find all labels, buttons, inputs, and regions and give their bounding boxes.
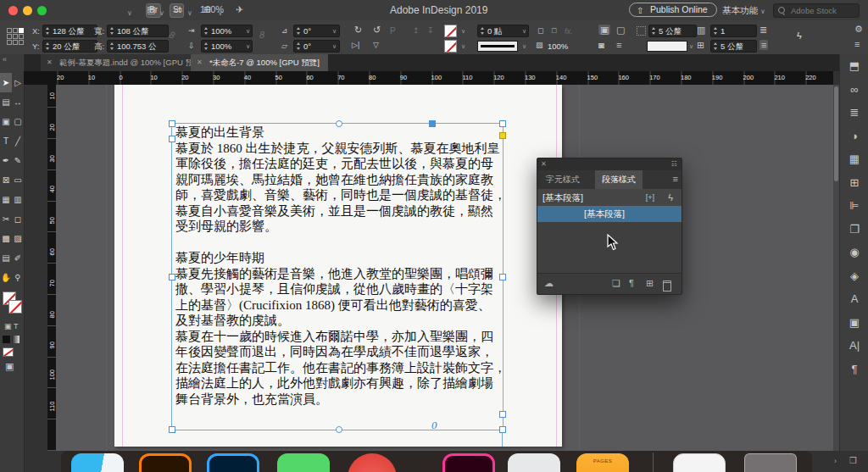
scissors-tool-icon[interactable]: ✂ (0, 209, 12, 229)
toolbox-collapse-icon[interactable]: « (3, 55, 7, 64)
scrollbar-thumb[interactable] (834, 86, 838, 181)
gap-tool-icon[interactable]: ↔ (12, 92, 24, 112)
flip-vertical-icon[interactable]: ▽ (373, 40, 379, 50)
rotation-chevron-icon[interactable]: ∨ (332, 28, 337, 35)
constrain-wh-link-icon[interactable]: 8 (168, 29, 176, 40)
columns-field[interactable]: 1 (710, 25, 757, 37)
dock-finder-icon[interactable] (71, 453, 124, 472)
document-tab[interactable]: ✕ 範例-慕夏專題.indd @ 100% [GPU 預覽] (41, 54, 213, 71)
text-frame-options-icon[interactable]: ≡ (760, 40, 768, 50)
new-style-group-icon[interactable]: ❏ (612, 278, 620, 289)
width-field[interactable]: 108 公釐 (107, 25, 169, 37)
current-style-row[interactable]: [基本段落] [+] ϟ (537, 189, 682, 206)
view-options-icon[interactable]: ▤ (147, 3, 155, 16)
document-tab-active[interactable]: ✕ *未命名-7 @ 100% [GPU 預覽] (191, 54, 328, 71)
stroke-style-chevron-icon[interactable]: ∨ (522, 43, 526, 50)
shear-chevron-icon[interactable]: ∨ (332, 43, 337, 50)
handle-top-extra[interactable] (429, 120, 436, 127)
apply-none-button[interactable] (3, 347, 14, 357)
character-styles-panel-icon[interactable]: A| (840, 334, 868, 358)
fill-stroke-swatches[interactable] (3, 292, 21, 317)
dock-trash-icon[interactable] (744, 453, 797, 472)
close-tab-icon[interactable]: ✕ (197, 54, 203, 71)
pen-tool-icon[interactable]: ✒ (0, 151, 12, 170)
eyedropper-tool-icon[interactable]: ✐ (12, 248, 24, 268)
arrange-documents-icon[interactable]: ⊞ (203, 3, 211, 16)
tab-paragraph-styles[interactable]: 段落樣式 (595, 170, 643, 189)
stroke-chevron-icon[interactable]: ∨ (461, 43, 465, 50)
story-text[interactable]: 慕夏的出生背景慕夏於 1860 出生於捷克，父親安德列斯、慕夏在奧地利皇軍除役後… (175, 125, 515, 407)
character-panel-icon[interactable]: A (840, 287, 868, 311)
stroke-style-swatch[interactable] (477, 41, 518, 52)
wrap-object-icon[interactable]: ◙ (598, 40, 604, 50)
corner-edit-yellow-handle[interactable] (499, 132, 506, 139)
scale-y-field[interactable]: 100% (201, 40, 253, 53)
layers-panel-icon[interactable]: ◈ (840, 264, 868, 288)
horizontal-ruler[interactable]: 2010010203040506070809010011012013014015… (56, 71, 833, 85)
free-transform-tool-icon[interactable]: ◻ (12, 209, 24, 229)
direct-selection-tool-icon[interactable]: ▷ (12, 73, 24, 92)
panel-close-icon[interactable]: ✕ (541, 160, 547, 168)
grid-tool-icon[interactable]: ▦ (0, 190, 12, 209)
gutter-field[interactable]: 5 公釐 (710, 40, 757, 53)
publish-online-button[interactable]: ⇧ Publish Online (629, 3, 717, 17)
frame-tool-icon[interactable]: ⊠ (0, 170, 12, 190)
opacity-value[interactable]: 100% (548, 42, 568, 51)
dock-indesign-icon[interactable] (442, 453, 495, 472)
reference-point-proxy[interactable] (7, 28, 25, 47)
handle-bottom-left[interactable] (169, 426, 175, 433)
table-tool-icon[interactable]: ▥ (12, 190, 24, 209)
pencil-tool-icon[interactable]: ✎ (12, 151, 24, 170)
dock-textedit-icon[interactable] (508, 453, 560, 472)
scale-x-chevron-icon[interactable]: ∨ (246, 28, 250, 35)
wrap-bounding-icon[interactable]: ▢ (616, 25, 625, 35)
text-in-port[interactable] (169, 136, 175, 142)
fill-chevron-icon[interactable]: ∨ (461, 28, 465, 35)
note-tool-icon[interactable]: ▤ (0, 248, 12, 268)
dock-pages-folder-icon[interactable]: PAGES (576, 453, 629, 472)
quick-apply-lightning-icon[interactable]: ϟ (797, 31, 802, 41)
zoom-tool-icon[interactable]: ⚲ (12, 268, 24, 287)
line-tool-icon[interactable]: ╱ (12, 131, 24, 151)
panel-menu-icon[interactable]: ≡ (673, 174, 678, 184)
x-field[interactable]: 128 公釐 (42, 25, 97, 37)
handle-mid-right[interactable] (499, 274, 506, 280)
handle-top-right[interactable] (499, 120, 506, 127)
handle-bottom-center[interactable] (336, 426, 342, 433)
minimize-window-button[interactable] (23, 6, 32, 15)
close-tab-icon[interactable]: ✕ (47, 54, 53, 71)
color-panel-icon[interactable]: ◑ (840, 125, 868, 148)
close-window-button[interactable] (8, 6, 18, 15)
zoom-chevron-icon[interactable]: ∨ (127, 7, 132, 19)
pasteboard[interactable]: 慕夏的出生背景慕夏於 1860 出生於捷克，父親安德列斯、慕夏在奧地利皇軍除役後… (56, 85, 833, 451)
panel-gear-icon[interactable]: ⚙ (854, 24, 863, 34)
vertical-scrollbar[interactable] (833, 85, 839, 451)
paragraph-panel-icon[interactable]: ¶ (840, 358, 868, 381)
cc-libraries-panel-icon[interactable]: ⊞ (840, 171, 868, 195)
handle-bottom-right[interactable] (499, 426, 506, 433)
screen-mode-icon[interactable]: ▭ (174, 3, 182, 16)
corner-shape-icon[interactable]: □ (552, 25, 556, 36)
constrain-scale-link-icon[interactable]: 8 (259, 30, 264, 40)
dock-window-icon[interactable]: ❒ (849, 456, 857, 465)
dock-documents-icon[interactable] (673, 453, 726, 472)
create-new-style-icon[interactable]: ⊞ (646, 278, 654, 289)
inset-spacing-field[interactable]: 5 公釐 (648, 25, 697, 37)
scale-x-field[interactable]: 100% (201, 25, 253, 37)
handle-top-left[interactable] (169, 120, 175, 127)
gradient-feather-tool-icon[interactable]: ▨ (12, 229, 24, 248)
align-panel-icon[interactable]: ⊫ (840, 194, 868, 218)
frame-fill-swatch[interactable] (647, 41, 687, 52)
dock-illustrator-icon[interactable] (139, 453, 192, 472)
arrange-chevron-icon[interactable]: ∨ (218, 7, 223, 19)
wrap-jump-icon[interactable]: ≡ (616, 40, 621, 50)
screen-mode-button[interactable]: ▣ (5, 361, 14, 372)
baseline-options-icon[interactable]: ≣ (760, 25, 767, 35)
formatting-container-icon[interactable]: ▣ (4, 322, 12, 330)
fill-color-swatch[interactable] (444, 25, 457, 37)
ruler-corner[interactable] (24, 71, 57, 85)
vertical-ruler[interactable]: 102030405060708090100110 (47, 85, 56, 451)
stroke-color-swatch[interactable] (444, 40, 457, 53)
view-options-chevron-icon[interactable]: ∨ (159, 7, 164, 19)
content-placer-tool-icon[interactable]: ▢ (12, 112, 24, 131)
